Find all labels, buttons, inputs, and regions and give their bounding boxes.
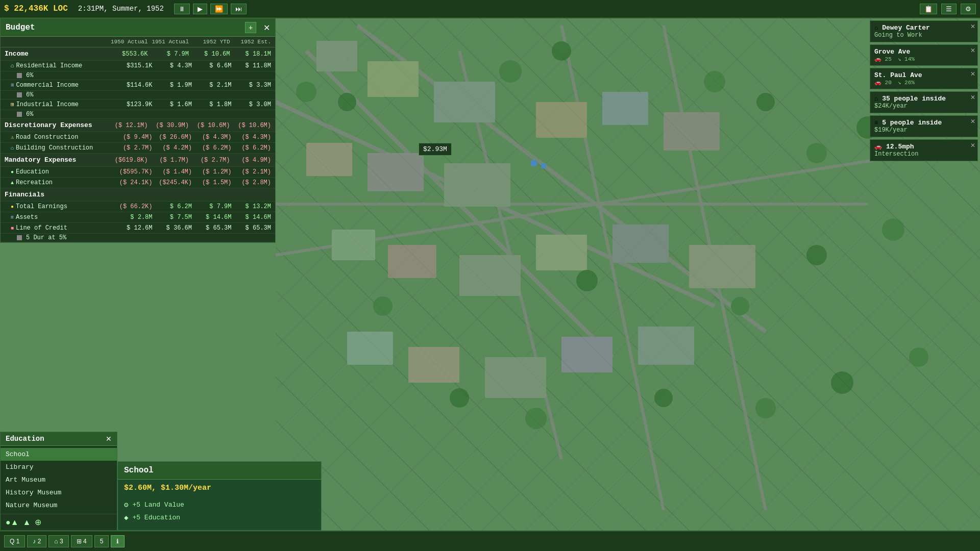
mandatory-section-row: Mandatory Expenses ($619.8K) ($ 1.7M) ($… [1,154,275,167]
edu-icon-btn-2[interactable]: ▲ [23,517,31,527]
notif-close-4[interactable]: ✕ [970,94,975,101]
notif-close-6[interactable]: ✕ [970,142,975,149]
notif-close-2[interactable]: ✕ [970,47,975,54]
notif-close-3[interactable]: ✕ [970,70,975,78]
notif-close-1[interactable]: ✕ [970,23,975,30]
education-icon-bar: ●▲ ▲ ⊕ [1,514,117,530]
svg-point-32 [704,71,725,92]
fast-forward-button[interactable]: ⏩ [210,4,228,14]
svg-point-33 [756,93,775,111]
total-earnings-label: Total Earnings [11,203,113,210]
svg-point-42 [525,408,547,429]
notification-intersection: ✕ 🚗 12.5mph Intersection [870,139,978,161]
land-value-icon: ⚙ [124,500,128,509]
credit-rate-row: 5 Dur at 5% [1,234,275,242]
report-button[interactable]: 📋 [920,4,937,14]
play-button[interactable]: ▶ [193,4,207,14]
notification-stpaul-ave: ✕ St. Paul Ave 🚗 20 ↘ 26% [870,68,978,89]
pause-button[interactable]: ⏸ [174,4,190,14]
svg-point-36 [373,296,393,316]
svg-point-45 [831,371,853,394]
road-v2: ($ 26.6M) [153,134,192,141]
faster-button[interactable]: ⏭ [231,4,247,14]
grove-ave-title: Grove Ave [874,48,973,56]
com-v1: $114.6K [113,82,153,89]
earn-v4: $ 13.2M [232,203,272,210]
income-v2: $ 7.9M [148,51,189,58]
assets-label: Assets [11,214,113,221]
people-35-year: $24K/year [874,103,973,110]
svg-rect-26 [561,337,612,372]
mand-v4: ($ 4.9M) [230,157,272,164]
svg-point-41 [450,388,469,408]
notif-close-5[interactable]: ✕ [970,118,975,125]
tab-button-1[interactable]: Q 1 [4,535,25,547]
res-v4: $ 11.8M [232,62,272,69]
recreation-label: Recreation [11,179,113,186]
bottom-toolbar: Q 1 ♪ 2 ⌂ 3 ⊞ 4 5 ℹ [0,531,980,551]
edu-item-school[interactable]: School [1,448,117,461]
rec-v1: ($ 24.1K) [113,179,153,186]
edu-v3: ($ 1.2M) [192,168,232,176]
discretionary-section-row: Discretionary Expenses ($ 12.1M) ($ 30.9… [1,119,275,132]
road-v3: ($ 4.3M) [192,134,232,141]
edu-icon-btn-3[interactable]: ⊕ [35,517,41,527]
notifications-panel: ✕ ⌂ Dewey Carter Going to Work ✕ Grove A… [868,18,980,163]
svg-rect-25 [485,357,546,398]
residential-label: Residential Income [11,62,113,69]
top-bar-right: 📋 ☰ ⚙ [920,4,976,14]
svg-rect-16 [664,112,720,151]
svg-rect-11 [306,143,352,176]
mandatory-label: Mandatory Expenses [5,156,107,164]
svg-point-30 [499,60,522,83]
edu-item-nature-museum[interactable]: Nature Museum [1,499,117,512]
ind-v3: $ 1.8M [192,101,232,108]
svg-point-39 [806,245,827,265]
tab-button-4[interactable]: ⊞ 4 [71,535,92,547]
budget-title: Budget [6,23,35,32]
tab-button-5[interactable]: 5 [94,535,109,547]
edu-item-art-museum[interactable]: Art Museum [1,473,117,486]
credit-label: Line of Credit [11,224,113,232]
budget-close-button[interactable]: ✕ [263,23,270,33]
budget-column-headers: 1950 Actual 1951 Actual 1952 YTD 1952 Es… [1,37,275,47]
tab-button-2[interactable]: ♪ 2 [27,535,46,547]
com-v3: $ 2.1M [192,82,232,89]
map-price-tag: $2.93M [419,143,452,156]
income-label: Income [5,50,107,58]
education-benefit-text: +5 Education [132,514,180,521]
credit-v3: $ 65.3M [192,224,232,232]
edu-icon [11,168,14,176]
rec-v3: ($ 1.5M) [192,179,232,186]
edu-item-library[interactable]: Library [1,461,117,473]
settings-button[interactable]: ⚙ [961,4,976,14]
svg-point-44 [755,398,776,418]
asset-v1: $ 2.8M [113,214,153,221]
tab-button-info[interactable]: ℹ [111,535,125,547]
dewey-carter-status: Going to Work [874,32,973,39]
industrial-rate: 6% [17,111,119,118]
ind-v1: $123.9K [113,101,153,108]
asset-v4: $ 14.6M [232,214,272,221]
menu-button[interactable]: ☰ [941,4,957,14]
residential-rate: 6% [17,72,119,79]
earn-v1: ($ 66.2K) [113,203,153,210]
svg-rect-10 [434,82,495,122]
earn-v2: $ 6.2M [153,203,192,210]
commercial-label: Commercial Income [11,82,113,89]
svg-rect-15 [602,92,648,125]
edu-v1: ($595.7K) [113,168,153,176]
res-v2: $ 4.3M [153,62,192,69]
notification-35-people: ✕ ⌂ 35 people inside $24K/year [870,91,978,113]
edu-item-history-museum[interactable]: History Museum [1,486,117,499]
edu-icon-btn-1[interactable]: ●▲ [6,517,19,527]
industrial-rate-row: 6% [1,110,275,119]
svg-point-46 [909,347,928,367]
education-close-button[interactable]: ✕ [106,435,112,443]
tab-button-3[interactable]: ⌂ 3 [48,535,68,547]
benefit-education: ◆ +5 Education [124,511,315,524]
svg-rect-20 [536,235,587,270]
svg-rect-48 [541,163,546,168]
com-v4: $ 3.3M [232,82,272,89]
budget-add-button[interactable]: + [245,22,256,33]
